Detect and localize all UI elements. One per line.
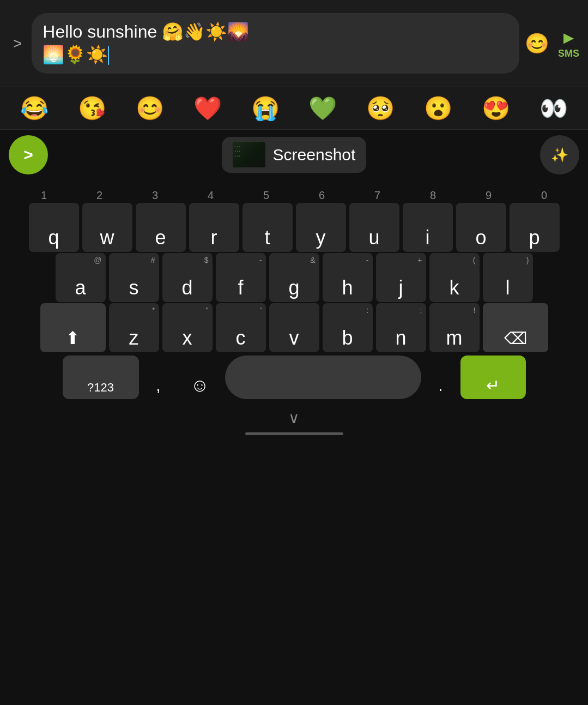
home-indicator bbox=[245, 432, 343, 435]
key-9[interactable]: 9 bbox=[463, 180, 515, 202]
backspace-key[interactable]: ⌫ bbox=[483, 303, 548, 352]
message-actions: 😊 ► SMS bbox=[525, 28, 579, 59]
key-o[interactable]: o bbox=[456, 203, 506, 252]
emoji-keyboard-key[interactable]: ☺ bbox=[178, 355, 222, 399]
message-text: Hello sunshine 🤗👋☀️🌄 🌅🌻☀️ bbox=[43, 21, 508, 66]
key-z[interactable]: *z bbox=[109, 303, 159, 352]
comma-key[interactable]: , bbox=[142, 355, 175, 399]
key-b[interactable]: :b bbox=[323, 303, 373, 352]
emoji-picker-button[interactable]: 😊 bbox=[525, 32, 549, 55]
key-0[interactable]: 0 bbox=[518, 180, 571, 202]
numbers-key[interactable]: ?123 bbox=[63, 355, 139, 399]
magic-wand-button[interactable]: ✨ bbox=[540, 135, 579, 174]
key-5[interactable]: 5 bbox=[240, 180, 293, 202]
emoji-row: 😂 😘 😊 ❤️ 😭 💚 🥺 😮 😍 👀 bbox=[0, 87, 588, 130]
expand-button[interactable]: > bbox=[9, 31, 26, 57]
keyboard-hide-button[interactable]: ∨ bbox=[288, 409, 300, 427]
key-7[interactable]: 7 bbox=[351, 180, 404, 202]
emoji-item[interactable]: 😮 bbox=[424, 95, 452, 122]
suggestion-row: > Screenshot ✨ bbox=[0, 130, 588, 180]
key-w[interactable]: w bbox=[82, 203, 132, 252]
qwerty-row: q w e r t y u i o p bbox=[2, 203, 586, 252]
emoji-item[interactable]: 😘 bbox=[78, 95, 106, 122]
message-input[interactable]: Hello sunshine 🤗👋☀️🌄 🌅🌻☀️ bbox=[32, 13, 519, 74]
message-area: > Hello sunshine 🤗👋☀️🌄 🌅🌻☀️ 😊 ► SMS bbox=[0, 0, 588, 87]
emoji-item[interactable]: 😍 bbox=[482, 95, 510, 122]
screenshot-thumbnail bbox=[233, 142, 265, 167]
key-d[interactable]: $d bbox=[162, 253, 213, 302]
key-l[interactable]: )l bbox=[483, 253, 533, 302]
key-4[interactable]: 4 bbox=[185, 180, 237, 202]
key-t[interactable]: t bbox=[243, 203, 293, 252]
sms-send-button[interactable]: ► SMS bbox=[558, 28, 579, 59]
emoji-item[interactable]: 👀 bbox=[539, 95, 568, 122]
key-y[interactable]: y bbox=[296, 203, 346, 252]
suggestion-expand-button[interactable]: > bbox=[9, 135, 48, 174]
key-c[interactable]: 'c bbox=[216, 303, 266, 352]
key-m[interactable]: !m bbox=[429, 303, 480, 352]
zxcvbnm-row: ⬆ *z "x 'c v :b ;n !m ⌫ bbox=[2, 303, 586, 352]
bottom-row: ?123 , ☺ . ↵ bbox=[2, 355, 586, 399]
key-3[interactable]: 3 bbox=[129, 180, 181, 202]
key-e[interactable]: e bbox=[136, 203, 186, 252]
emoji-item[interactable]: ❤️ bbox=[193, 95, 222, 122]
key-h[interactable]: -h bbox=[323, 253, 373, 302]
key-v[interactable]: v bbox=[269, 303, 319, 352]
spacebar-key[interactable] bbox=[225, 355, 421, 399]
key-a[interactable]: @a bbox=[56, 253, 106, 302]
key-g[interactable]: &g bbox=[269, 253, 319, 302]
key-x[interactable]: "x bbox=[162, 303, 213, 352]
key-1[interactable]: 1 bbox=[18, 180, 70, 202]
shift-key[interactable]: ⬆ bbox=[40, 303, 106, 352]
key-j[interactable]: +j bbox=[376, 253, 426, 302]
keyboard: 1 2 3 4 5 6 7 8 9 0 q w e r t y u i o p … bbox=[0, 180, 588, 399]
key-k[interactable]: (k bbox=[429, 253, 480, 302]
asdf-row: @a #s $d -f &g -h +j (k )l bbox=[2, 253, 586, 302]
number-row: 1 2 3 4 5 6 7 8 9 0 bbox=[2, 180, 586, 202]
screenshot-label: Screenshot bbox=[273, 146, 356, 164]
enter-key[interactable]: ↵ bbox=[460, 355, 526, 399]
screenshot-suggestion[interactable]: Screenshot bbox=[222, 137, 367, 173]
bottom-bar: ∨ bbox=[0, 400, 588, 439]
emoji-item[interactable]: 😭 bbox=[251, 95, 280, 122]
key-i[interactable]: i bbox=[403, 203, 453, 252]
key-f[interactable]: -f bbox=[216, 253, 266, 302]
emoji-item[interactable]: 😊 bbox=[136, 95, 164, 122]
key-r[interactable]: r bbox=[189, 203, 239, 252]
key-n[interactable]: ;n bbox=[376, 303, 426, 352]
key-u[interactable]: u bbox=[349, 203, 399, 252]
emoji-item[interactable]: 😂 bbox=[20, 95, 49, 122]
key-q[interactable]: q bbox=[29, 203, 79, 252]
key-8[interactable]: 8 bbox=[407, 180, 459, 202]
key-s[interactable]: #s bbox=[109, 253, 159, 302]
emoji-item[interactable]: 🥺 bbox=[366, 95, 395, 122]
key-6[interactable]: 6 bbox=[296, 180, 348, 202]
period-key[interactable]: . bbox=[425, 355, 457, 399]
emoji-item[interactable]: 💚 bbox=[308, 95, 337, 122]
key-p[interactable]: p bbox=[510, 203, 560, 252]
key-2[interactable]: 2 bbox=[74, 180, 126, 202]
